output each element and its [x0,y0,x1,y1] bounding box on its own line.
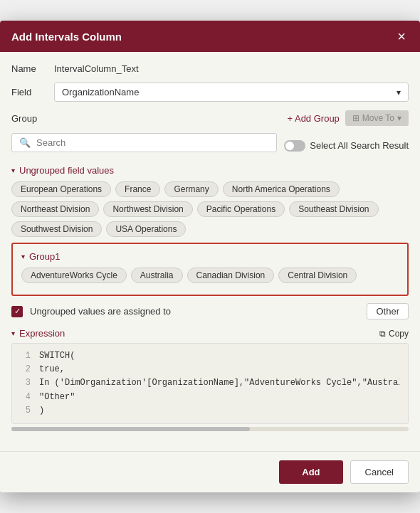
group1-title: Group1 [29,251,60,262]
tag-southwest[interactable]: Southwest Division [11,221,102,237]
tag-usa[interactable]: USA Operations [106,221,186,237]
field-row: Field OrganizationName ▾ [11,83,409,102]
code-line-2: 2 true, [21,363,399,376]
code-line-3: 3 In ('DimOrganization'[OrganizationName… [21,376,399,390]
copy-button[interactable]: ⧉ Copy [379,329,409,339]
tag-northeast[interactable]: Northeast Division [11,201,99,217]
close-button[interactable]: × [394,29,409,43]
expression-title: Expression [19,328,65,339]
group1-chevron-icon: ▾ [21,253,25,260]
ungrouped-assigned-checkbox[interactable]: ✓ [11,306,23,317]
field-select-value: OrganizationName [62,87,139,97]
select-all-toggle[interactable] [284,140,305,152]
expression-code-box: 1 SWITCH( 2 true, 3 In ('DimOrganization… [11,343,409,424]
checkmark-icon: ✓ [14,307,21,316]
line-num-5: 5 [21,404,31,418]
search-icon: 🔍 [19,137,31,148]
move-to-icon: ⊞ [352,113,359,123]
copy-label: Copy [389,329,409,339]
tag-adventureworks[interactable]: AdventureWorks Cycle [21,268,127,283]
expression-toggle[interactable]: ▾ Expression [11,328,65,339]
assigned-label: Ungrouped values are assigned to [30,306,359,317]
select-all-button[interactable]: Select All Search Result [284,140,409,152]
add-intervals-modal: Add Intervals Column × Name IntervalColu… [0,21,420,492]
expression-section: ▾ Expression ⧉ Copy 1 SWITCH( 2 true, [11,328,409,431]
group-row: Group + Add Group ⊞ Move To ▾ [11,110,409,126]
name-row: Name IntervalColumn_Text [11,63,409,74]
tag-canadian[interactable]: Canadian Division [187,268,275,283]
modal-footer: Add Cancel [0,451,420,492]
line-num-4: 4 [21,391,31,404]
assigned-value: Other [367,303,409,319]
ungrouped-title: Ungrouped field values [19,165,114,176]
line-code-4: "Other" [39,391,75,404]
expression-chevron-icon: ▾ [11,329,15,337]
code-line-1: 1 SWITCH( [21,349,399,363]
group1-tags: AdventureWorks Cycle Australia Canadian … [21,268,399,283]
move-to-label: Move To [362,113,394,123]
horizontal-scrollbar[interactable] [11,427,409,431]
move-to-chevron-icon: ▾ [397,113,401,123]
cancel-button[interactable]: Cancel [350,460,409,484]
select-all-label: Select All Search Result [310,140,409,151]
tag-australia[interactable]: Australia [131,268,183,283]
add-button[interactable]: Add [279,460,342,484]
code-line-4: 4 "Other" [21,391,399,404]
tag-france[interactable]: France [115,181,160,197]
group1-header[interactable]: ▾ Group1 [21,251,399,262]
line-code-1: SWITCH( [39,349,75,363]
scrollbar-thumb [11,427,250,431]
group1-box: ▾ Group1 AdventureWorks Cycle Australia … [11,243,409,296]
modal-body: Name IntervalColumn_Text Field Organizat… [0,52,420,451]
modal-header: Add Intervals Column × [0,21,420,52]
tag-north-america[interactable]: North America Operations [223,181,340,197]
copy-icon: ⧉ [379,329,386,339]
tag-northwest[interactable]: Northwest Division [103,201,192,217]
name-value: IntervalColumn_Text [54,63,409,74]
field-select[interactable]: OrganizationName ▾ [54,83,409,102]
tag-southeast[interactable]: Southeast Division [289,201,378,217]
ungrouped-header[interactable]: ▾ Ungrouped field values [11,165,409,176]
group-actions: + Add Group ⊞ Move To ▾ [54,110,409,126]
tag-european-operations[interactable]: European Operations [11,181,111,197]
search-input[interactable] [36,137,269,148]
add-group-button[interactable]: + Add Group [287,113,339,124]
tag-germany[interactable]: Germany [164,181,218,197]
name-label: Name [11,63,54,74]
group-label: Group [11,113,54,124]
ungrouped-assigned-row: ✓ Ungrouped values are assigned to Other [11,303,409,319]
search-bar: 🔍 [11,133,277,152]
line-num-3: 3 [21,376,31,390]
field-label: Field [11,87,54,97]
tag-pacific[interactable]: Pacific Operations [197,201,285,217]
ungrouped-section: ▾ Ungrouped field values European Operat… [11,165,409,237]
move-to-button[interactable]: ⊞ Move To ▾ [345,110,409,126]
tag-central[interactable]: Central Division [278,268,357,283]
code-line-5: 5 ) [21,404,399,418]
line-code-5: ) [39,404,44,418]
line-code-2: true, [39,363,65,376]
modal-title: Add Intervals Column [11,31,122,43]
toggle-knob [285,142,294,150]
line-num-2: 2 [21,363,31,376]
line-code-3: In ('DimOrganization'[OrganizationName],… [39,376,399,390]
chevron-down-icon: ▾ [397,88,401,97]
expression-header: ▾ Expression ⧉ Copy [11,328,409,339]
ungrouped-tags: European Operations France Germany North… [11,181,409,237]
ungrouped-chevron-icon: ▾ [11,166,15,174]
search-row: 🔍 Select All Search Result [11,133,409,158]
line-num-1: 1 [21,349,31,363]
